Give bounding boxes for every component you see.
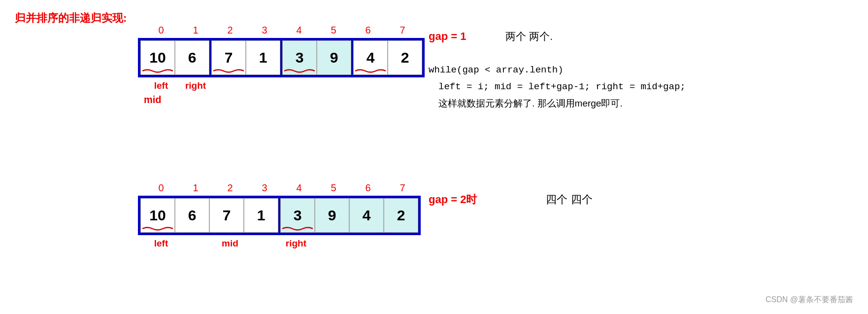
index-0: 0 (144, 25, 178, 36)
b-cell-6: 4 (349, 198, 384, 233)
cell-5: 9 (317, 40, 351, 75)
left-label-top: left (144, 80, 178, 91)
index-6: 6 (351, 25, 385, 36)
bottom-diagram: 0 1 2 3 4 5 6 7 10 (138, 182, 421, 249)
bottom-index-row: 0 1 2 3 4 5 6 7 (138, 182, 421, 194)
cell-3: 1 (246, 40, 280, 75)
page-title: 归并排序的非递归实现: (15, 11, 127, 26)
b-index-2: 2 (213, 182, 247, 194)
right-panel-top: gap = 1 两个 两个. while(gap < array.lenth) … (429, 30, 686, 112)
b-index-3: 3 (247, 182, 282, 194)
b-cell-2: 7 (209, 198, 244, 233)
b-cell-0: 10 (140, 198, 175, 233)
cell-6: 4 (353, 40, 388, 75)
index-3: 3 (247, 25, 282, 36)
right-panel-bottom: gap = 2时 四个 四个 (429, 192, 593, 207)
index-7: 7 (385, 25, 420, 36)
b-index-5: 5 (316, 182, 351, 194)
right-label-top: right (178, 80, 213, 91)
gap-label-1: gap = 1 (429, 30, 466, 43)
b-cell-1: 6 (175, 198, 209, 233)
b-index-1: 1 (178, 182, 213, 194)
b-index-0: 0 (144, 182, 178, 194)
code-block: while(gap < array.lenth) left = i; mid =… (429, 62, 686, 112)
cell-4: 3 (282, 40, 317, 75)
b-cell-5: 9 (315, 198, 349, 233)
watermark: CSDN @薯条不要番茄酱 (766, 295, 853, 305)
mid-label-top: mid (138, 94, 425, 105)
code-line-3: 这样就数据元素分解了. 那么调用merge即可. (429, 95, 686, 112)
cell-1: 6 (175, 40, 209, 75)
code-line-1: while(gap < array.lenth) (429, 62, 686, 78)
b-cell-7: 2 (384, 198, 418, 233)
b-cell-3: 1 (244, 198, 278, 233)
top-diagram: 0 1 2 3 4 5 6 7 10 (138, 25, 425, 105)
page-container: 归并排序的非递归实现: 0 1 2 3 4 5 6 7 10 (0, 0, 868, 314)
index-4: 4 (282, 25, 316, 36)
index-1: 1 (178, 25, 213, 36)
b-index-7: 7 (385, 182, 420, 194)
cell-0: 10 (140, 40, 175, 75)
b-index-6: 6 (351, 182, 385, 194)
b-right-label: right (282, 238, 316, 249)
index-5: 5 (316, 25, 351, 36)
gap-label-2: gap = 2时 (429, 192, 477, 207)
cell-7: 2 (388, 40, 422, 75)
b-left-label: left (144, 238, 178, 249)
b-mid-label: mid (178, 238, 282, 249)
code-line-2: left = i; mid = left+gap-1; right = mid+… (429, 78, 686, 95)
b-index-4: 4 (282, 182, 316, 194)
top-index-row: 0 1 2 3 4 5 6 7 (138, 25, 425, 36)
description-1: 两个 两个. (505, 30, 553, 43)
cell-2: 7 (211, 40, 246, 75)
description-2: 四个 四个 (546, 192, 592, 207)
b-cell-4: 3 (280, 198, 315, 233)
index-2: 2 (213, 25, 247, 36)
